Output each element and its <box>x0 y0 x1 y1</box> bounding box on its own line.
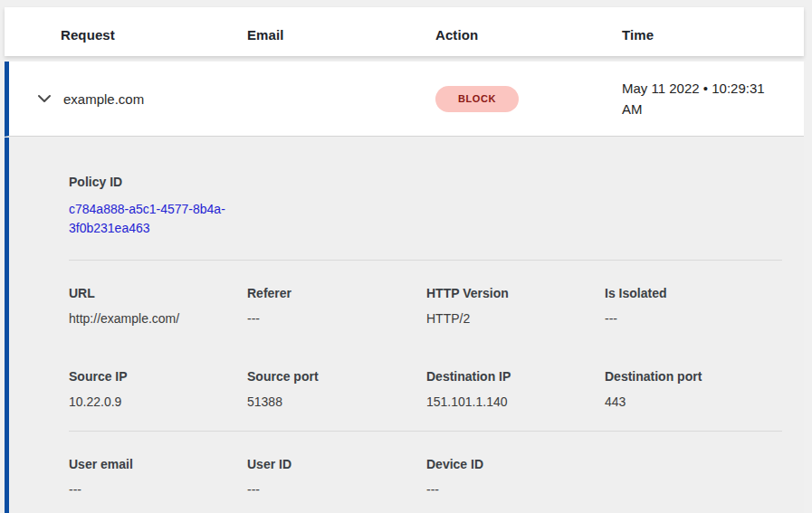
field-value: 51388 <box>247 394 426 409</box>
field-referer: Referer --- <box>247 286 426 326</box>
field-value: --- <box>605 311 782 326</box>
field-label: Destination IP <box>426 369 605 384</box>
field-label: Source port <box>247 369 426 384</box>
field-value: --- <box>247 311 426 326</box>
policy-id-link[interactable]: c784a888-a5c1-4577-8b4a-3f0b231ea463 <box>69 200 245 238</box>
field-url: URL http://example.com/ <box>69 286 247 326</box>
row-expand-toggle[interactable] <box>9 94 63 103</box>
column-header-action: Action <box>435 27 622 43</box>
field-user-id: User ID --- <box>247 457 426 497</box>
field-label: User ID <box>247 457 426 471</box>
field-value: http://example.com/ <box>69 311 247 326</box>
network-fields-row: Source IP 10.22.0.9 Source port 51388 De… <box>69 369 782 409</box>
column-header-request: Request <box>61 27 247 43</box>
field-value: --- <box>247 482 426 497</box>
request-fields-row: URL http://example.com/ Referer --- HTTP… <box>69 286 782 326</box>
log-details-panel: Policy ID c784a888-a5c1-4577-8b4a-3f0b23… <box>5 138 804 513</box>
field-label: Policy ID <box>69 175 247 189</box>
field-label: User email <box>69 457 247 471</box>
user-details-section: User email --- User ID --- Device ID --- <box>69 432 782 513</box>
field-label: Referer <box>247 286 426 300</box>
field-value: 151.101.1.140 <box>426 394 605 409</box>
row-time-value: May 11 2022 • 10:29:31 AM <box>622 78 782 119</box>
field-value: HTTP/2 <box>426 311 605 326</box>
log-table-header: Request Email Action Time <box>5 7 804 56</box>
field-empty-slot <box>605 457 782 497</box>
field-is-isolated: Is Isolated --- <box>605 286 782 326</box>
field-label: Destination port <box>605 369 782 384</box>
gateway-log-page: { "colors": { "accent_blue": "#0B4DA1", … <box>0 0 812 513</box>
column-header-time: Time <box>622 27 782 43</box>
field-user-email: User email --- <box>69 457 247 497</box>
field-label: Is Isolated <box>605 286 782 300</box>
field-policy-id: Policy ID c784a888-a5c1-4577-8b4a-3f0b23… <box>69 175 247 238</box>
log-row-example-com[interactable]: example.com BLOCK May 11 2022 • 10:29:31… <box>5 62 804 137</box>
row-request-value: example.com <box>63 91 247 107</box>
field-value: 443 <box>605 394 782 409</box>
chevron-down-icon <box>37 94 52 103</box>
policy-section: Policy ID c784a888-a5c1-4577-8b4a-3f0b23… <box>69 138 782 261</box>
field-value: --- <box>426 482 605 497</box>
field-source-port: Source port 51388 <box>247 369 426 409</box>
action-block-badge: BLOCK <box>435 86 519 112</box>
field-device-id: Device ID --- <box>426 457 605 497</box>
request-details-section: URL http://example.com/ Referer --- HTTP… <box>69 261 782 432</box>
field-label: HTTP Version <box>426 286 605 300</box>
user-fields-row: User email --- User ID --- Device ID --- <box>69 457 782 497</box>
column-header-email: Email <box>247 27 435 43</box>
field-value: --- <box>69 482 247 497</box>
field-destination-port: Destination port 443 <box>605 369 782 409</box>
field-http-version: HTTP Version HTTP/2 <box>426 286 605 326</box>
field-value: 10.22.0.9 <box>69 394 247 409</box>
field-destination-ip: Destination IP 151.101.1.140 <box>426 369 605 409</box>
field-label: URL <box>69 286 247 300</box>
row-action-cell: BLOCK <box>435 86 622 112</box>
field-source-ip: Source IP 10.22.0.9 <box>69 369 247 409</box>
field-label: Source IP <box>69 369 247 384</box>
field-label: Device ID <box>426 457 605 471</box>
